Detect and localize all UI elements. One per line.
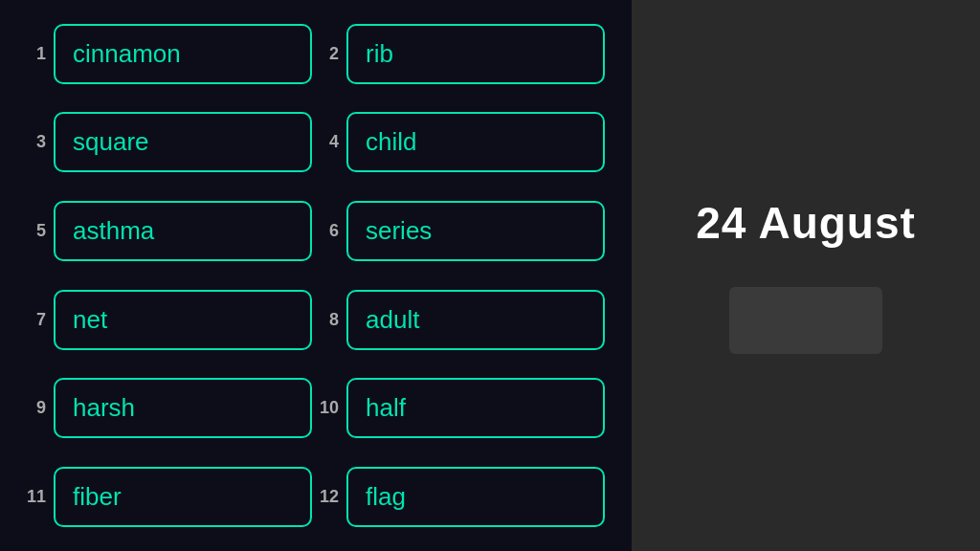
word-number-2: 2 — [320, 44, 339, 64]
word-col-11: 11 fiber — [27, 467, 312, 527]
word-box-9: harsh — [54, 378, 312, 438]
word-number-8: 8 — [320, 310, 339, 330]
word-number-11: 11 — [27, 487, 46, 507]
info-panel: 24 August — [632, 0, 980, 551]
word-col-10: 10 half — [320, 378, 605, 438]
word-box-11: fiber — [54, 467, 312, 527]
word-number-1: 1 — [27, 44, 46, 64]
word-row-1-2: 1 cinnamon 2 rib — [19, 24, 612, 84]
word-box-1: cinnamon — [54, 24, 312, 84]
word-number-12: 12 — [320, 487, 339, 507]
word-box-4: child — [346, 112, 605, 172]
word-col-1: 1 cinnamon — [27, 24, 312, 84]
word-box-7: net — [54, 290, 312, 350]
word-row-7-8: 7 net 8 adult — [19, 290, 612, 350]
word-number-6: 6 — [320, 221, 339, 241]
word-number-9: 9 — [27, 398, 46, 418]
word-list-panel: 1 cinnamon 2 rib 3 square 4 child 5 asth — [0, 0, 632, 551]
word-box-2: rib — [346, 24, 605, 84]
word-row-3-4: 3 square 4 child — [19, 112, 612, 172]
word-number-3: 3 — [27, 132, 46, 152]
word-number-10: 10 — [320, 398, 339, 418]
word-col-4: 4 child — [320, 112, 605, 172]
word-col-6: 6 series — [320, 201, 605, 261]
word-col-5: 5 asthma — [27, 201, 312, 261]
word-box-8: adult — [346, 290, 605, 350]
word-col-2: 2 rib — [320, 24, 605, 84]
word-number-7: 7 — [27, 310, 46, 330]
word-row-9-10: 9 harsh 10 half — [19, 378, 612, 438]
word-number-4: 4 — [320, 132, 339, 152]
word-box-5: asthma — [54, 201, 312, 261]
word-box-3: square — [54, 112, 312, 172]
word-col-8: 8 adult — [320, 290, 605, 350]
bottom-placeholder-box — [729, 287, 882, 354]
words-grid: 1 cinnamon 2 rib 3 square 4 child 5 asth — [19, 10, 612, 541]
word-col-3: 3 square — [27, 112, 312, 172]
word-col-9: 9 harsh — [27, 378, 312, 438]
word-box-10: half — [346, 378, 605, 438]
word-col-7: 7 net — [27, 290, 312, 350]
word-number-5: 5 — [27, 221, 46, 241]
word-box-12: flag — [346, 467, 605, 527]
word-row-11-12: 11 fiber 12 flag — [19, 467, 612, 527]
word-box-6: series — [346, 201, 605, 261]
word-row-5-6: 5 asthma 6 series — [19, 201, 612, 261]
date-display: 24 August — [696, 197, 916, 249]
word-col-12: 12 flag — [320, 467, 605, 527]
